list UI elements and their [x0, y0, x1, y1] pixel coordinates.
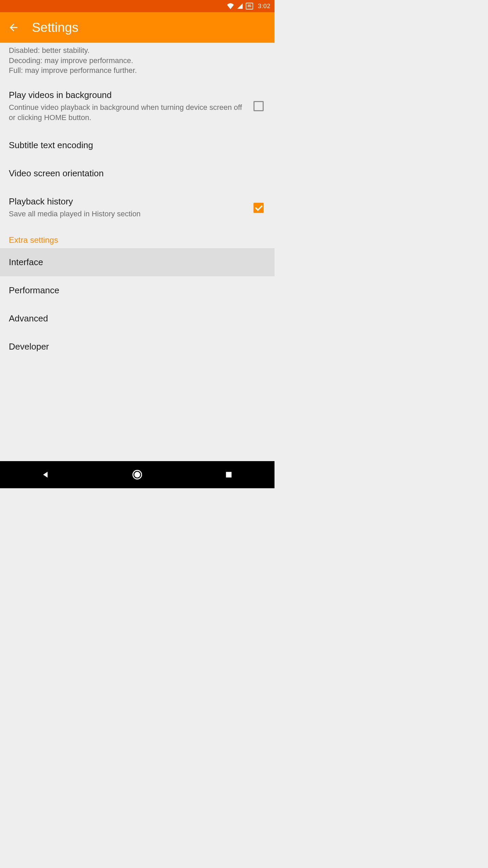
checkbox-play-background[interactable] — [253, 101, 264, 111]
app-bar: Settings — [0, 12, 274, 43]
screen: 85 3:02 Settings Disabled: better stabil… — [0, 0, 274, 488]
nav-home-button[interactable] — [130, 468, 144, 481]
nav-recent-button[interactable] — [222, 468, 236, 481]
status-time: 3:02 — [258, 3, 270, 10]
extra-item-developer[interactable]: Developer — [0, 333, 274, 361]
square-icon — [225, 471, 232, 478]
setting-title: Playback history — [9, 196, 247, 207]
svg-rect-2 — [226, 472, 232, 478]
cell-signal-icon — [237, 3, 243, 9]
extra-item-performance[interactable]: Performance — [0, 276, 274, 304]
decoding-desc-line: Disabled: better stability. — [9, 45, 266, 56]
battery-level-label: 85 — [246, 3, 253, 9]
checkbox-playback-history[interactable] — [253, 203, 264, 213]
circle-icon — [131, 469, 143, 480]
setting-title: Video screen orientation — [9, 168, 266, 179]
setting-video-screen-orientation[interactable]: Video screen orientation — [0, 159, 274, 188]
decoding-desc-line: Decoding: may improve performance. — [9, 56, 266, 66]
nav-back-button[interactable] — [39, 468, 53, 481]
triangle-left-icon — [41, 470, 50, 479]
battery-icon: 85 — [246, 3, 253, 9]
setting-subtitle-text-encoding[interactable]: Subtitle text encoding — [0, 131, 274, 159]
page-title: Settings — [32, 20, 78, 35]
setting-playback-history[interactable]: Playback history Save all media played i… — [0, 188, 274, 228]
section-header-extra-settings: Extra settings — [0, 228, 274, 248]
wifi-icon — [227, 3, 234, 9]
extra-item-advanced[interactable]: Advanced — [0, 304, 274, 333]
setting-subtitle: Save all media played in History section — [9, 209, 247, 219]
extra-item-interface[interactable]: Interface — [0, 248, 274, 276]
setting-title: Subtitle text encoding — [9, 140, 266, 151]
setting-play-videos-background[interactable]: Play videos in background Continue video… — [0, 81, 274, 131]
arrow-left-icon — [8, 22, 19, 33]
status-bar: 85 3:02 — [0, 0, 274, 12]
setting-title: Play videos in background — [9, 90, 247, 100]
back-button[interactable] — [6, 20, 21, 35]
decoding-desc-line: Full: may improve performance further. — [9, 65, 266, 76]
decoding-description: Disabled: better stability. Decoding: ma… — [0, 43, 274, 81]
settings-list: Disabled: better stability. Decoding: ma… — [0, 43, 274, 461]
svg-point-1 — [135, 472, 140, 478]
navigation-bar — [0, 461, 274, 488]
setting-subtitle: Continue video playback in background wh… — [9, 102, 247, 122]
